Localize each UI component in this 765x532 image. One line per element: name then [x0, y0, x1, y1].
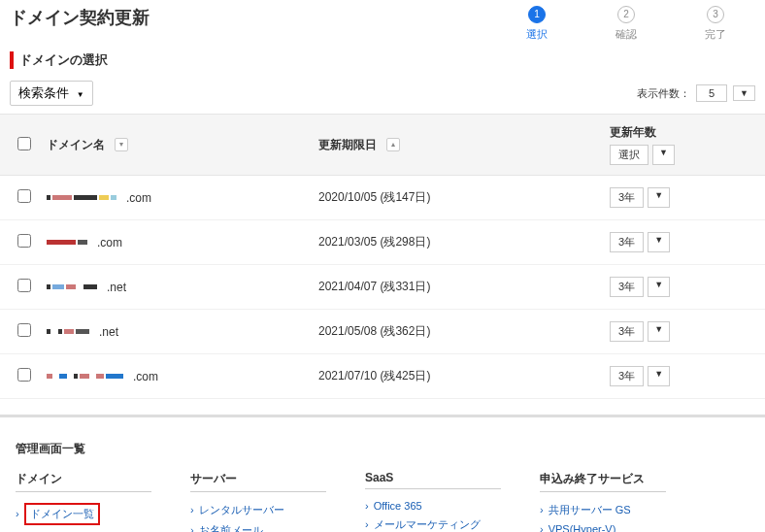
col-expiry: 更新期限日 — [318, 137, 377, 153]
table-row: .com 2021/07/10 (残425日) 3年 ▼ — [0, 354, 765, 399]
step-label: 完了 — [705, 28, 726, 40]
footer-col-domain-title: ドメイン — [16, 471, 151, 492]
table-row: .com 2021/03/05 (残298日) 3年 ▼ — [0, 220, 765, 265]
years-dropdown-icon[interactable]: ▼ — [648, 366, 670, 386]
step-confirm: 2 確認 — [615, 6, 637, 42]
section-subtitle: ドメインの選択 — [10, 51, 755, 69]
years-value[interactable]: 3年 — [610, 366, 644, 386]
years-value[interactable]: 3年 — [610, 277, 644, 297]
pagesize-label: 表示件数： — [637, 86, 690, 101]
expiry-cell: 2020/10/05 (残147日) — [318, 189, 610, 206]
domain-tld: .net — [99, 325, 118, 339]
domain-tld: .net — [107, 281, 126, 294]
table-row: .net 2021/04/07 (残331日) 3年 ▼ — [0, 265, 765, 310]
footer-link[interactable]: メールマーケティング — [374, 518, 481, 530]
footer-title: 管理画面一覧 — [16, 441, 749, 457]
expiry-cell: 2021/03/05 (残298日) — [318, 234, 610, 250]
years-dropdown-icon[interactable]: ▼ — [648, 321, 670, 342]
domain-mask — [47, 329, 89, 334]
step-circle: 2 — [617, 6, 635, 23]
years-bulk-dropdown-icon[interactable]: ▼ — [652, 145, 675, 165]
years-bulk-select[interactable]: 選択 — [610, 145, 649, 165]
select-all-checkbox[interactable] — [17, 137, 31, 150]
years-value[interactable]: 3年 — [610, 232, 644, 252]
domain-mask — [47, 374, 123, 379]
step-label: 選択 — [526, 28, 548, 40]
row-checkbox[interactable] — [17, 234, 31, 248]
domain-mask — [47, 195, 116, 200]
years-value[interactable]: 3年 — [610, 321, 644, 342]
sort-icon[interactable]: ▴ — [386, 138, 400, 151]
years-dropdown-icon[interactable]: ▼ — [648, 277, 670, 297]
step-complete: 3 完了 — [705, 6, 726, 42]
page-title: ドメイン契約更新 — [10, 6, 526, 29]
domain-mask — [47, 284, 97, 289]
expiry-cell: 2021/04/07 (残331日) — [318, 279, 610, 295]
chevron-down-icon: ▼ — [77, 90, 84, 99]
footer-link[interactable]: レンタルサーバー — [199, 504, 284, 515]
footer-link[interactable]: お名前メール — [199, 524, 263, 532]
years-dropdown-icon[interactable]: ▼ — [648, 187, 670, 208]
step-circle: 1 — [528, 6, 546, 23]
footer-link[interactable]: Office 365 — [374, 500, 422, 512]
col-years: 更新年数 — [610, 124, 748, 141]
table-header: ドメイン名 ▾ 更新期限日 ▴ 更新年数 選択 ▼ — [0, 114, 765, 176]
footer-separator — [0, 415, 765, 417]
table-row: .net 2021/05/08 (残362日) 3年 ▼ — [0, 310, 765, 354]
step-select: 1 選択 — [526, 6, 548, 42]
years-value[interactable]: 3年 — [610, 187, 644, 208]
search-conditions-button[interactable]: 検索条件 ▼ — [10, 81, 93, 106]
domain-mask — [47, 240, 87, 245]
footer-col-server-title: サーバー — [190, 471, 326, 492]
row-checkbox[interactable] — [17, 189, 31, 203]
row-checkbox[interactable] — [17, 323, 31, 337]
footer-col-saas-title: SaaS — [365, 471, 501, 489]
row-checkbox[interactable] — [17, 368, 31, 382]
step-label: 確認 — [615, 28, 637, 40]
pagesize-dropdown-icon[interactable]: ▼ — [733, 85, 755, 101]
footer-link[interactable]: VPS(Hyper-V) — [549, 523, 616, 532]
search-conditions-label: 検索条件 — [18, 85, 69, 100]
sort-icon[interactable]: ▾ — [115, 138, 128, 151]
domain-tld: .com — [97, 236, 122, 249]
footer-col-ended-title: 申込み終了サービス — [540, 471, 666, 492]
col-domain-name: ドメイン名 — [47, 137, 105, 153]
step-circle: 3 — [707, 6, 724, 23]
table-row: .com 2020/10/05 (残147日) 3年 ▼ — [0, 176, 765, 220]
footer-link[interactable]: 共用サーバー GS — [549, 504, 631, 515]
expiry-cell: 2021/07/10 (残425日) — [318, 368, 610, 384]
row-checkbox[interactable] — [17, 279, 31, 292]
footer-link-domain-list[interactable]: ドメイン一覧 — [30, 508, 94, 519]
pagesize-value[interactable]: 5 — [696, 84, 727, 102]
progress-steps: 1 選択 2 確認 3 完了 — [526, 6, 726, 42]
domain-tld: .com — [126, 191, 151, 205]
expiry-cell: 2021/05/08 (残362日) — [318, 323, 610, 340]
domain-tld: .com — [133, 370, 158, 383]
years-dropdown-icon[interactable]: ▼ — [648, 232, 670, 252]
